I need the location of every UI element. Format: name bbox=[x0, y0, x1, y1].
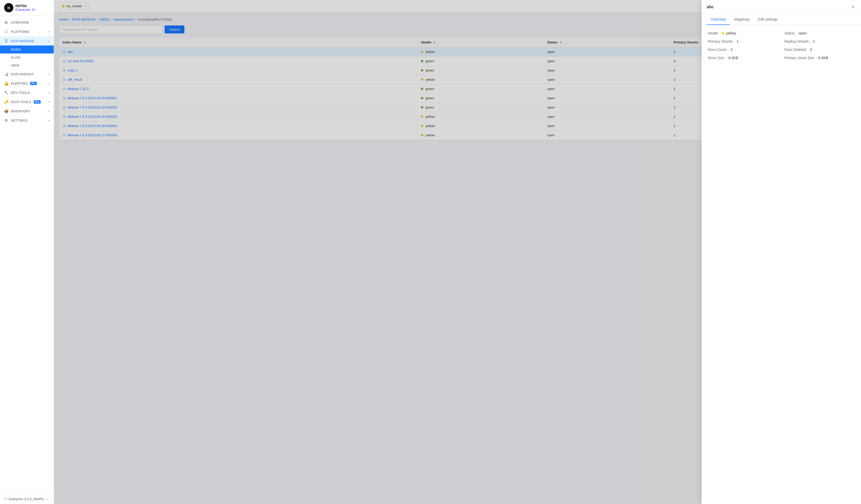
chevron-down-icon: ▾ bbox=[49, 30, 50, 33]
sidebar-nav: ⊞ OVERVIEW ⬡ PLATFORM ▾ ☰ DATA MANAGE ▴ … bbox=[0, 16, 54, 494]
sidebar-item-label: DATA MANAGE bbox=[11, 39, 35, 43]
settings-icon: ⚙ bbox=[4, 118, 8, 122]
pro-badge: Pro bbox=[34, 100, 41, 104]
sidebar-item-label: DATA INSIGHT bbox=[11, 72, 33, 76]
logo: N INFINI Console /// bbox=[0, 0, 54, 16]
panel-close-button[interactable]: ✕ bbox=[850, 4, 856, 10]
sidebar-item-platform[interactable]: ⬡ PLATFORM ▾ bbox=[0, 27, 54, 36]
data-insight-icon: 📊 bbox=[4, 72, 8, 76]
primary-shards-label: Primary Shards bbox=[708, 39, 733, 43]
panel-title: abc bbox=[707, 5, 714, 9]
platform-icon: ⬡ bbox=[4, 30, 8, 34]
tab-mappings[interactable]: Mappings bbox=[730, 14, 754, 25]
sidebar-item-label: INVENTORY bbox=[11, 109, 30, 113]
field-health: Health : yellow bbox=[708, 31, 778, 35]
field-primary-shards: Primary Shards : 1 bbox=[708, 39, 778, 43]
sidebar-item-data-insight[interactable]: 📊 DATA INSIGHT ▾ bbox=[0, 69, 54, 79]
sidebar-item-data-tools[interactable]: 🔑 DATA TOOLS Pro ▾ bbox=[0, 97, 54, 107]
sub-item-label: ALIAS bbox=[11, 56, 20, 59]
dev-tools-icon: 🔧 bbox=[4, 91, 8, 95]
field-replica-shards: Replica Shards : 1 bbox=[784, 39, 855, 43]
sidebar-item-dev-tools[interactable]: 🔧 DEV TOOLS ▾ bbox=[0, 88, 54, 97]
sidebar-footer[interactable]: 🛡 Enterprise (1.5.0_SNAPS... › bbox=[0, 494, 54, 504]
overview-icon: ⊞ bbox=[4, 20, 8, 24]
overview-grid: Health : yellow Status : open Primary Sh… bbox=[708, 31, 855, 60]
field-status: Status : open bbox=[784, 31, 855, 35]
data-manage-icon: ☰ bbox=[4, 39, 8, 43]
panel-header: abc ✕ bbox=[701, 0, 861, 14]
logo-icon: N bbox=[4, 3, 13, 12]
chevron-down-icon: ▾ bbox=[49, 91, 50, 94]
sidebar-item-alias[interactable]: ALIAS bbox=[0, 54, 54, 62]
sidebar-item-label: PLATFORM bbox=[11, 30, 29, 34]
primary-store-size-label: Primary Store Size bbox=[784, 56, 815, 60]
logo-text: INFINI Console /// bbox=[15, 4, 35, 12]
sidebar-item-label: SETTINGS bbox=[11, 119, 28, 122]
sidebar-item-view[interactable]: VIEW bbox=[0, 62, 54, 69]
tab-edit-settings[interactable]: Edit settings bbox=[754, 14, 781, 25]
sidebar-item-inventory[interactable]: 📦 INVENTORY ▾ bbox=[0, 107, 54, 116]
store-size-value: 6.5KB bbox=[728, 56, 738, 60]
tab-overview[interactable]: Overview bbox=[707, 14, 730, 25]
shield-icon: 🛡 bbox=[4, 497, 7, 501]
chevron-down-icon: ▾ bbox=[49, 100, 50, 104]
sub-item-label: VIEW bbox=[11, 64, 19, 67]
sidebar-item-label: ALERTING bbox=[11, 82, 28, 85]
health-value: yellow bbox=[726, 31, 736, 35]
sidebar: N INFINI Console /// ⊞ OVERVIEW ⬡ PLATFO… bbox=[0, 0, 54, 504]
sidebar-item-label: OVERVIEW bbox=[11, 21, 29, 24]
chevron-up-icon: ▴ bbox=[49, 40, 50, 42]
chevron-down-icon: ▾ bbox=[49, 82, 50, 85]
side-panel: abc ✕ Overview Mappings Edit settings He… bbox=[701, 0, 861, 504]
primary-store-size-value: 6.5KB bbox=[819, 56, 828, 60]
chevron-down-icon: ▾ bbox=[49, 110, 50, 113]
footer-label: Enterprise (1.5.0_SNAPS... › bbox=[9, 497, 48, 501]
sidebar-item-data-manage[interactable]: ☰ DATA MANAGE ▴ bbox=[0, 36, 54, 45]
chevron-down-icon: ▾ bbox=[49, 73, 50, 76]
docs-deleted-label: Docs Deleted bbox=[784, 47, 806, 52]
health-dot bbox=[722, 32, 724, 35]
health-label: Health bbox=[708, 31, 718, 35]
field-docs-deleted: Docs Deleted : 0 bbox=[784, 47, 855, 52]
sidebar-item-index[interactable]: INDEX bbox=[0, 45, 54, 54]
panel-body: Health : yellow Status : open Primary Sh… bbox=[701, 25, 861, 504]
field-store-size: Store Size : 6.5KB bbox=[708, 56, 778, 60]
replica-shards-label: Replica Shards bbox=[784, 39, 809, 43]
primary-shards-value: 1 bbox=[737, 39, 739, 43]
sub-item-label: INDEX bbox=[11, 47, 21, 52]
pro-badge: Pro bbox=[30, 82, 37, 85]
sidebar-item-label: DATA TOOLS bbox=[11, 100, 31, 104]
data-tools-icon: 🔑 bbox=[4, 100, 8, 104]
sidebar-item-settings[interactable]: ⚙ SETTINGS ▾ bbox=[0, 116, 54, 125]
inventory-icon: 📦 bbox=[4, 109, 8, 113]
sidebar-item-overview[interactable]: ⊞ OVERVIEW bbox=[0, 18, 54, 27]
field-primary-store-size: Primary Store Size : 6.5KB bbox=[784, 56, 855, 60]
store-size-label: Store Size bbox=[708, 56, 724, 60]
docs-count-label: Docs Count bbox=[708, 47, 726, 52]
field-docs-count: Docs Count : 2 bbox=[708, 47, 778, 52]
sidebar-item-label: DEV TOOLS bbox=[11, 91, 30, 95]
chevron-down-icon: ▾ bbox=[49, 119, 50, 122]
docs-count-value: 2 bbox=[730, 47, 733, 52]
status-value: open bbox=[799, 31, 807, 35]
status-label: Status bbox=[784, 31, 795, 35]
sidebar-item-alerting[interactable]: 🔔 ALERTING Pro ▾ bbox=[0, 79, 54, 88]
panel-tabs: Overview Mappings Edit settings bbox=[701, 14, 861, 25]
docs-deleted-value: 0 bbox=[810, 47, 812, 52]
replica-shards-value: 1 bbox=[813, 39, 815, 43]
alerting-icon: 🔔 bbox=[4, 81, 8, 85]
